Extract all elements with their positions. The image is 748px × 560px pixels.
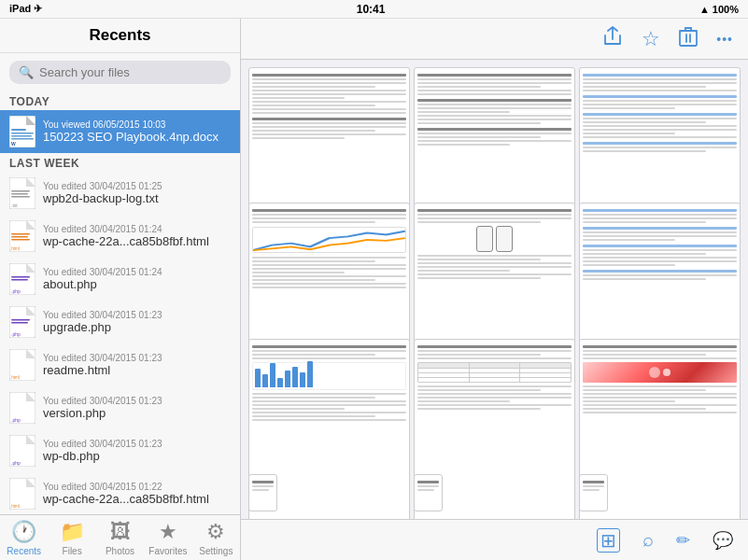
file-icon-html: .html bbox=[9, 220, 35, 252]
file-info: You edited 30/04/2015 01:24 wp-cache-22a… bbox=[43, 224, 231, 248]
edit-button[interactable]: ✏ bbox=[676, 530, 690, 551]
svg-text:.php: .php bbox=[11, 460, 21, 466]
page-48[interactable] bbox=[579, 474, 608, 511]
status-right: ▲ 100% bbox=[699, 4, 739, 15]
svg-rect-9 bbox=[11, 190, 30, 192]
tab-files[interactable]: 📁 Files bbox=[48, 515, 95, 560]
file-meta: You edited 30/04/2015 01:24 bbox=[43, 267, 231, 277]
svg-text:.html: .html bbox=[10, 246, 20, 251]
file-icon-txt: .txt bbox=[9, 177, 35, 209]
svg-text:.php: .php bbox=[11, 417, 21, 423]
file-meta: You edited 30/04/2015 01:23 bbox=[43, 310, 231, 320]
file-name: wpb2d-backup-log.txt bbox=[43, 191, 231, 205]
content-area: ☆ ••• bbox=[241, 19, 748, 560]
share-button[interactable] bbox=[602, 26, 623, 51]
tab-photos[interactable]: 🖼 Photos bbox=[96, 515, 144, 560]
tab-files-label: Files bbox=[63, 546, 82, 556]
search-input[interactable] bbox=[39, 65, 221, 79]
svg-rect-4 bbox=[11, 135, 32, 137]
list-item[interactable]: .html You edited 30/04/2015 01:23 readme… bbox=[0, 343, 240, 386]
tab-favorites-label: Favorites bbox=[148, 546, 187, 556]
list-item[interactable]: W You viewed 06/05/2015 10:03 150223 SEO… bbox=[0, 110, 240, 153]
svg-rect-11 bbox=[11, 196, 30, 198]
tab-photos-label: Photos bbox=[106, 546, 134, 556]
content-search-button[interactable]: ⌕ bbox=[642, 529, 654, 551]
tab-bar: 🕐 Recents 📁 Files 🖼 Photos ★ Favorites ⚙… bbox=[0, 514, 240, 560]
list-item[interactable]: .php You edited 30/04/2015 01:23 version… bbox=[0, 386, 240, 429]
file-icon-docx: W bbox=[9, 116, 35, 147]
status-bar: iPad ✈ 10:41 ▲ 100% bbox=[0, 0, 748, 19]
tab-settings-label: Settings bbox=[199, 546, 233, 556]
file-meta: You edited 30/04/2015 01:23 bbox=[43, 353, 231, 363]
star-button[interactable]: ☆ bbox=[642, 27, 660, 51]
svg-rect-21 bbox=[11, 276, 30, 278]
file-meta: You edited 30/04/2015 01:23 bbox=[43, 396, 231, 406]
file-icon-html2: .html bbox=[9, 349, 35, 381]
svg-rect-5 bbox=[11, 138, 34, 140]
list-item[interactable]: .html You edited 30/04/2015 01:24 wp-cac… bbox=[0, 215, 240, 258]
content-toolbar: ⊞ ⌕ ✏ 💬 bbox=[241, 519, 748, 560]
delete-button[interactable] bbox=[679, 26, 698, 51]
file-name: wp-cache-22a...ca85b8fbf.html bbox=[43, 492, 231, 506]
file-info: You edited 30/04/2015 01:23 wp-db.php bbox=[43, 439, 231, 463]
files-icon: 📁 bbox=[60, 520, 85, 544]
tab-recents[interactable]: 🕐 Recents bbox=[0, 515, 48, 560]
file-name: wp-cache-22a...ca85b8fbf.html bbox=[43, 234, 231, 248]
file-name: wp-db.php bbox=[43, 449, 231, 463]
file-name: version.php bbox=[43, 406, 231, 420]
file-icon-html3: .html bbox=[9, 478, 35, 510]
svg-rect-26 bbox=[11, 319, 30, 321]
file-list: TODAY W You viewed 06/05/2015 10:03 bbox=[0, 91, 240, 514]
file-name: readme.html bbox=[43, 363, 231, 377]
file-info: You edited 30/04/2015 01:23 version.php bbox=[43, 396, 231, 420]
file-icon-php: .php bbox=[9, 263, 35, 295]
tab-settings[interactable]: ⚙ Settings bbox=[192, 515, 240, 560]
list-item[interactable]: .php You edited 30/04/2015 01:24 about.p… bbox=[0, 258, 240, 301]
page-46[interactable] bbox=[248, 474, 277, 511]
settings-icon: ⚙ bbox=[206, 520, 225, 544]
svg-text:.html: .html bbox=[10, 375, 20, 380]
sidebar-title: Recents bbox=[0, 19, 240, 53]
file-icon-php3: .php bbox=[9, 392, 35, 424]
svg-text:.txt: .txt bbox=[11, 203, 18, 208]
page-47[interactable] bbox=[414, 474, 443, 511]
file-meta: You edited 30/04/2015 01:22 bbox=[43, 482, 231, 492]
svg-rect-27 bbox=[11, 322, 28, 324]
file-info: You edited 30/04/2015 01:23 readme.html bbox=[43, 353, 231, 377]
tab-favorites[interactable]: ★ Favorites bbox=[144, 515, 191, 560]
search-bar[interactable]: 🔍 bbox=[9, 61, 231, 84]
status-time: 10:41 bbox=[357, 3, 386, 16]
list-item[interactable]: .php You edited 30/04/2015 01:23 wp-db.p… bbox=[0, 429, 240, 472]
file-name: upgrade.php bbox=[43, 320, 231, 334]
file-meta: You edited 30/04/2015 01:25 bbox=[43, 181, 231, 191]
more-button[interactable]: ••• bbox=[716, 32, 733, 47]
file-info: You viewed 06/05/2015 10:03 150223 SEO P… bbox=[43, 119, 231, 144]
list-item[interactable]: .php You edited 30/04/2015 01:23 upgrade… bbox=[0, 301, 240, 343]
file-info: You edited 30/04/2015 01:22 wp-cache-22a… bbox=[43, 482, 231, 506]
svg-rect-3 bbox=[11, 133, 34, 134]
svg-rect-2 bbox=[11, 129, 26, 131]
top-toolbar: ☆ ••• bbox=[241, 19, 748, 60]
svg-text:W: W bbox=[11, 141, 16, 147]
svg-text:.php: .php bbox=[11, 331, 21, 337]
file-name: 150223 SEO Playbook.4np.docx bbox=[43, 130, 231, 144]
list-item[interactable]: .html You edited 30/04/2015 01:22 wp-cac… bbox=[0, 472, 240, 514]
file-meta: You edited 30/04/2015 01:24 bbox=[43, 224, 231, 234]
section-lastweek: LAST WEEK bbox=[0, 153, 240, 172]
recents-icon: 🕐 bbox=[11, 520, 36, 544]
status-left: iPad ✈ bbox=[9, 3, 42, 15]
file-meta: You edited 30/04/2015 01:23 bbox=[43, 439, 231, 449]
grid-view-button[interactable]: ⊞ bbox=[597, 528, 620, 553]
file-icon-php2: .php bbox=[9, 306, 35, 338]
list-item[interactable]: .txt You edited 30/04/2015 01:25 wpb2d-b… bbox=[0, 172, 240, 215]
search-icon: 🔍 bbox=[19, 65, 34, 79]
comment-button[interactable]: 💬 bbox=[713, 530, 733, 551]
pages-grid: 37 › bbox=[241, 60, 748, 519]
file-meta: You viewed 06/05/2015 10:03 bbox=[43, 119, 231, 130]
svg-text:.php: .php bbox=[11, 288, 21, 294]
svg-rect-22 bbox=[11, 279, 28, 281]
file-icon-php4: .php bbox=[9, 435, 35, 467]
svg-text:.html: .html bbox=[10, 504, 20, 509]
file-info: You edited 30/04/2015 01:23 upgrade.php bbox=[43, 310, 231, 334]
sidebar: Recents 🔍 TODAY W bbox=[0, 19, 241, 560]
